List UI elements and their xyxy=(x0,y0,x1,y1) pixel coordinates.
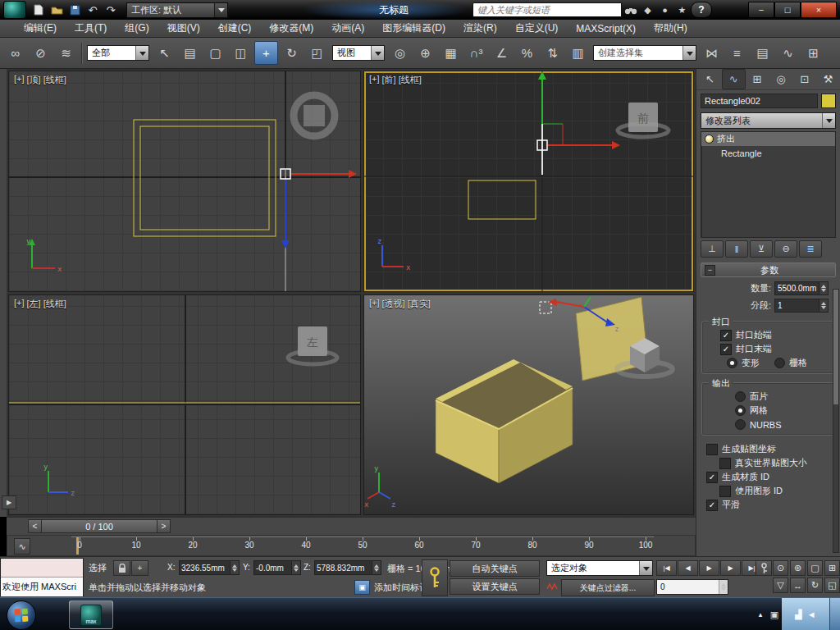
listener-pane[interactable]: 欢迎使用 MAXScri xyxy=(1,578,83,596)
selection-filter-dropdown[interactable]: 全部 xyxy=(87,45,149,61)
tray-clock-area[interactable]: ▟◄ xyxy=(782,598,829,630)
extruded-box[interactable] xyxy=(436,359,573,483)
viewport-shading-button[interactable]: [线框] xyxy=(399,74,422,86)
checkbox-box[interactable] xyxy=(720,344,732,355)
key-filters-button[interactable]: 关键点过滤器... xyxy=(561,579,655,596)
stack-button-configure-modifier-sets[interactable]: ≣ xyxy=(799,240,822,258)
parameters-rollout-header[interactable]: 参数 xyxy=(701,262,836,277)
nav-field-of-view[interactable]: ▽ xyxy=(773,578,788,593)
infocenter-favorites-icon[interactable]: ★ xyxy=(673,2,691,17)
tray-panel-network-icon[interactable]: ▟ xyxy=(795,609,801,620)
radio-circle[interactable] xyxy=(735,405,746,416)
viewport-shading-button[interactable]: [真实] xyxy=(408,298,431,310)
stack-button-show-end-result[interactable]: ‖ xyxy=(725,240,748,258)
toolbar-rectangular-selection-region[interactable]: ▢ xyxy=(203,41,227,65)
toolbar-angle-snap-toggle[interactable]: ∠ xyxy=(490,41,514,65)
reference-coordinate-dropdown[interactable]: 视图 xyxy=(332,45,385,61)
maximize-button[interactable]: □ xyxy=(774,2,801,18)
trackbar-ruler[interactable]: 0 10 20 30 40 50 xyxy=(71,536,654,555)
checkbox[interactable]: 真实世界贴图大小 xyxy=(696,456,840,470)
panel-tab-hierarchy[interactable]: ⊞ xyxy=(746,69,769,89)
menu-item[interactable]: 工具(T) xyxy=(66,20,116,37)
redo-icon[interactable]: ↷ xyxy=(102,2,120,18)
checkbox[interactable]: 封口始端 xyxy=(705,328,831,342)
close-button[interactable]: × xyxy=(801,2,837,18)
minimize-button[interactable]: − xyxy=(748,2,774,18)
viewport-top[interactable]: [+] [顶] [线框] xyxy=(8,71,361,292)
toolbar-mirror[interactable]: ⋈ xyxy=(700,41,724,65)
start-button[interactable] xyxy=(7,600,36,630)
toolbar-keyboard-shortcut-override[interactable]: ▦ xyxy=(439,41,463,65)
expand-panel-arrow-icon[interactable]: ▶ xyxy=(2,495,16,509)
chevron-down-icon[interactable] xyxy=(214,3,227,17)
modifier-stack-item-rectangle[interactable]: Rectangle xyxy=(701,146,835,160)
stack-button-remove-modifier[interactable]: ⊖ xyxy=(774,240,797,258)
nav-zoom-all[interactable]: ⊛ xyxy=(790,560,806,576)
viewport-front[interactable]: [+] [前] [线框] 前 xyxy=(363,71,694,292)
checkbox-box[interactable] xyxy=(719,458,731,469)
viewport-name-button[interactable]: [左] xyxy=(27,298,41,310)
viewport-name-button[interactable]: [透视] xyxy=(382,298,405,310)
next-frame-button[interactable]: > xyxy=(157,519,171,533)
show-hidden-icons[interactable]: ▴ xyxy=(754,610,767,619)
checkbox-box[interactable] xyxy=(706,500,718,511)
chevron-down-icon[interactable] xyxy=(639,561,652,575)
taskbar-app-3dsmax[interactable]: max xyxy=(69,600,113,629)
panel-tab-display[interactable]: ⊡ xyxy=(792,69,816,89)
toolbar-schematic-view[interactable]: ⊞ xyxy=(801,41,825,65)
nav-zoom-extents-all[interactable]: ⊞ xyxy=(824,560,840,576)
modifier-stack[interactable]: 挤出 Rectangle xyxy=(701,131,836,238)
show-desktop-button[interactable] xyxy=(829,598,840,630)
checkbox[interactable]: 生成贴图坐标 xyxy=(696,442,840,456)
viewcube[interactable]: 左 xyxy=(288,326,337,364)
viewport-menu-button[interactable]: [+] xyxy=(369,298,380,310)
toolbar-select-and-link[interactable]: ∞ xyxy=(3,41,27,65)
toolbar-curve-editor[interactable]: ∿ xyxy=(776,41,800,65)
collapse-icon[interactable] xyxy=(705,265,715,276)
object-color-swatch[interactable] xyxy=(821,94,836,108)
playback-play[interactable]: ▶ xyxy=(699,560,719,576)
menu-item[interactable]: 自定义(U) xyxy=(506,20,568,37)
z-coordinate-field[interactable]: 5788.832mm xyxy=(314,560,381,575)
x-coordinate-field[interactable]: 3236.55mm xyxy=(179,560,240,575)
toolbar-select-object[interactable]: ↖ xyxy=(153,41,176,65)
search-input[interactable] xyxy=(472,2,622,17)
radio-circle[interactable] xyxy=(735,391,746,402)
menu-item[interactable]: 动画(A) xyxy=(322,20,373,37)
new-file-icon[interactable] xyxy=(30,2,48,18)
radio-circle[interactable] xyxy=(727,358,737,368)
toolbar-align[interactable]: ≡ xyxy=(725,41,749,65)
segments-spinner[interactable] xyxy=(819,299,828,312)
radio[interactable]: NURBS xyxy=(705,418,831,431)
front-viewport-canvas[interactable]: 前 z x xyxy=(364,71,694,292)
viewport-menu-button[interactable]: [+] xyxy=(14,298,25,310)
nav-zoom[interactable]: ⊙ xyxy=(773,560,788,576)
viewport-name-button[interactable]: [前] xyxy=(382,74,396,86)
y-coordinate-field[interactable]: -0.0mm xyxy=(253,560,301,575)
toolbar-use-pivot-point-center[interactable]: ◎ xyxy=(388,41,412,65)
menu-item[interactable]: 渲染(R) xyxy=(454,20,506,37)
stack-button-make-unique[interactable]: ⊻ xyxy=(750,240,773,258)
viewport-perspective[interactable]: [+] [透视] [真实] z xyxy=(363,294,694,515)
radio-circle[interactable] xyxy=(735,419,746,430)
toolbar-select-and-scale[interactable]: ◰ xyxy=(305,41,329,65)
panel-tab-utilities[interactable]: ⚒ xyxy=(816,69,840,89)
macro-recorder-pane[interactable] xyxy=(1,559,83,578)
viewport-left[interactable]: [+] [左] [线框] 左 y z xyxy=(8,294,361,515)
time-slider-track[interactable]: < 0 / 100 > xyxy=(7,517,696,535)
undo-icon[interactable]: ↶ xyxy=(84,2,102,18)
track-bar[interactable]: ∿ 0 10 20 30 40 xyxy=(7,535,696,556)
toolbar-spinner-snap-toggle[interactable]: ⇅ xyxy=(541,41,564,65)
save-file-icon[interactable] xyxy=(66,2,84,18)
radio-circle[interactable] xyxy=(774,358,785,368)
mini-curve-editor-button[interactable]: ∿ xyxy=(14,538,30,555)
viewcube[interactable]: 前 xyxy=(618,103,669,137)
chevron-down-icon[interactable] xyxy=(682,46,696,60)
chevron-down-icon[interactable] xyxy=(135,46,148,60)
previous-frame-button[interactable]: < xyxy=(28,519,42,533)
menu-item[interactable]: 视图(V) xyxy=(158,20,209,37)
menu-item[interactable]: 修改器(M) xyxy=(260,20,322,37)
checkbox[interactable]: 生成材质 ID xyxy=(696,470,840,484)
radio[interactable]: 栅格 xyxy=(774,356,807,370)
search-icon[interactable] xyxy=(622,2,639,17)
